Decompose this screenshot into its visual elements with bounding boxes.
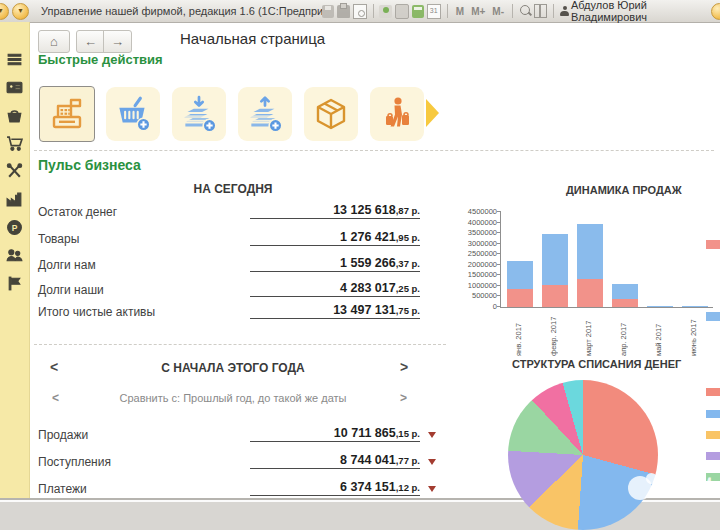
y-axis-tick-label: 4000000 [437, 218, 497, 227]
production-factory-icon[interactable] [6, 191, 23, 208]
company-flag-icon[interactable] [6, 275, 23, 292]
metric-value[interactable]: 1 559 266,37 р. [250, 256, 420, 272]
quick-action-new-sale[interactable] [106, 87, 160, 141]
pulse-heading: Пульс бизнеса [38, 157, 141, 173]
y-axis-tick-label: 500000 [437, 291, 497, 300]
metric-label: Итого чистые активы [38, 305, 155, 319]
more-actions-arrow-icon[interactable] [426, 99, 439, 127]
x-axis-tick-label: май 2017 [654, 312, 663, 356]
y-axis-tick-label: 1500000 [437, 270, 497, 279]
send-icon[interactable] [395, 4, 409, 19]
metric-value[interactable]: 13 125 618,87 р. [250, 203, 420, 219]
menu-icon[interactable] [6, 51, 23, 68]
forward-icon: → [111, 34, 124, 49]
svg-text:P: P [12, 223, 18, 233]
crm-icon[interactable] [6, 79, 23, 96]
x-axis-tick-label: февр. 2017 [549, 312, 558, 356]
system-menu-icon[interactable]: ▾ [0, 3, 9, 20]
quick-action-shipment[interactable] [304, 87, 358, 141]
memory-m-minus-button[interactable]: М- [490, 6, 506, 17]
bar-segment [507, 261, 533, 289]
bar-segment [577, 279, 603, 307]
today-section-title: НА СЕГОДНЯ [38, 182, 428, 196]
toolbar-separator [512, 4, 513, 18]
compare-setting[interactable]: Сравнить с: Прошлый год, до такой же дат… [38, 392, 428, 404]
current-user[interactable]: Абдулов Юрий Владимирович [560, 0, 705, 23]
y-axis-tick-mark [497, 295, 501, 296]
metric-value[interactable]: 8 744 041,77 р. [250, 453, 420, 469]
pie-legend-swatch-3 [706, 431, 720, 439]
bar-segment [577, 224, 603, 279]
calendar-icon[interactable] [427, 4, 441, 19]
sections-sidebar: P [0, 22, 30, 498]
split-window-icon[interactable] [534, 4, 547, 18]
metric-label: Продажи [38, 428, 88, 442]
calculator-icon[interactable] [412, 5, 424, 18]
memory-m-plus-button[interactable]: М+ [469, 6, 487, 17]
y-axis-tick-label: 3000000 [437, 239, 497, 248]
metric-value[interactable]: 6 374 151,12 р. [250, 480, 420, 496]
cash-structure-pie [508, 380, 658, 530]
basket-add-icon [112, 93, 154, 135]
pie-legend-swatch-2 [706, 410, 720, 418]
help-icon[interactable] [711, 3, 720, 20]
home-button[interactable]: ⌂ [38, 30, 70, 53]
money-out-add-icon [244, 93, 286, 135]
metric-value[interactable]: 4 283 017,25 р. [250, 281, 420, 297]
quick-action-money-expense[interactable] [238, 87, 292, 141]
watermark-text: Avito [661, 472, 720, 503]
user-name: Абдулов Юрий Владимирович [571, 0, 705, 23]
save-icon[interactable] [322, 5, 334, 18]
y-axis-tick-mark [497, 222, 501, 223]
quick-action-money-receipt[interactable] [172, 87, 226, 141]
sales-basket-icon[interactable] [6, 107, 23, 124]
quick-action-cash-register[interactable] [40, 87, 94, 141]
exchange-icon[interactable] [379, 5, 391, 18]
bar-segment [612, 284, 638, 299]
metric-label: Долги нам [38, 258, 96, 272]
bar-segment [542, 234, 568, 285]
metric-label: Товары [38, 232, 79, 246]
money-in-add-icon [178, 93, 220, 135]
memory-m-button[interactable]: М [454, 6, 466, 17]
home-icon: ⌂ [50, 34, 58, 49]
period-next-button[interactable]: > [400, 359, 408, 375]
main-menu-button[interactable]: ▾ [12, 3, 29, 20]
metric-value[interactable]: 1 276 421,95 р. [250, 230, 420, 246]
purchases-cart-icon[interactable] [6, 135, 23, 152]
x-axis-tick-label: март 2017 [584, 312, 593, 356]
separator [34, 150, 714, 151]
print-preview-icon[interactable] [353, 4, 367, 19]
cash-structure-title: СТРУКТУРА СПИСАНИЯ ДЕНЕГ [512, 358, 681, 370]
metric-value[interactable]: 10 711 865,15 р. [250, 426, 420, 442]
bar-segment [647, 306, 673, 307]
y-axis-tick-label: 3500000 [437, 228, 497, 237]
separator [34, 344, 446, 345]
compare-next-button[interactable]: > [400, 391, 407, 405]
x-axis-tick-label: янв. 2017 [514, 312, 523, 356]
staff-icon[interactable] [6, 247, 23, 264]
bar-segment [682, 306, 708, 307]
print-icon[interactable] [337, 5, 349, 18]
works-tools-icon[interactable] [6, 163, 23, 180]
metric-value[interactable]: 13 497 131,75 р. [250, 303, 420, 319]
y-axis-tick-mark [497, 264, 501, 265]
zoom-icon[interactable] [519, 4, 531, 18]
window-title: Управление нашей фирмой, редакция 1.6 (1… [41, 5, 322, 17]
money-icon[interactable]: P [6, 219, 23, 236]
metric-label: Долги наши [38, 283, 104, 297]
y-axis-tick-mark [497, 253, 501, 254]
back-button[interactable]: ← [76, 30, 105, 53]
bar-segment [612, 299, 638, 307]
cash-register-icon [47, 94, 87, 134]
trend-down-icon [428, 459, 436, 465]
forward-button[interactable]: → [103, 30, 132, 53]
quick-actions-heading: Быстрые действия [38, 52, 163, 67]
toolbar-separator [553, 4, 554, 18]
y-axis-tick-label: 2500000 [437, 249, 497, 258]
bar-segment [507, 289, 533, 307]
back-icon: ← [84, 34, 97, 49]
sales-dynamics-chart: 0500000100000015000002000000250000030000… [500, 212, 713, 308]
quick-action-courier[interactable] [370, 87, 424, 141]
y-axis-tick-label: 4500000 [437, 207, 497, 216]
